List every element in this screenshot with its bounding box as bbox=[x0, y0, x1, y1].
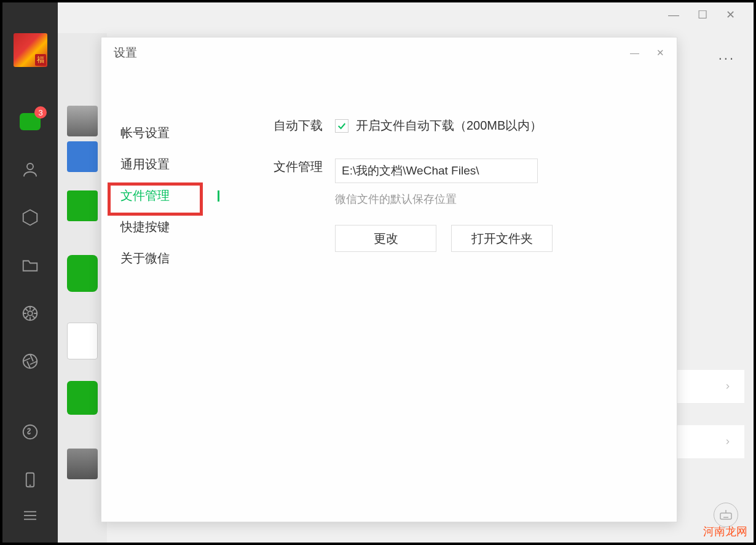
settings-nav: 帐号设置 通用设置 文件管理 快捷按键 关于微信 bbox=[114, 117, 218, 276]
watermark: 河南龙网 bbox=[703, 524, 747, 539]
svg-point-2 bbox=[28, 311, 33, 316]
miniprogram-tab[interactable] bbox=[18, 420, 42, 444]
window-titlebar: — ☐ ✕ bbox=[650, 2, 754, 27]
maximize-icon[interactable]: ☐ bbox=[698, 8, 707, 22]
menu-tab[interactable] bbox=[18, 504, 42, 527]
aperture-tab[interactable] bbox=[18, 350, 42, 373]
chat-list-item[interactable] bbox=[67, 323, 98, 359]
contacts-tab[interactable] bbox=[18, 158, 42, 181]
auto-download-checkbox-label: 开启文件自动下载（200MB以内） bbox=[356, 117, 542, 134]
svg-point-3 bbox=[23, 355, 37, 369]
dialog-minimize-icon[interactable]: — bbox=[630, 47, 639, 58]
app-root: — ☐ ✕ 3 bbox=[2, 2, 754, 543]
chat-list-item[interactable] bbox=[67, 381, 98, 415]
file-path-hint: 微信文件的默认保存位置 bbox=[335, 192, 664, 206]
row-file-mgmt: 文件管理 E:\我的文档\WeChat Files\ 微信文件的默认保存位置 更… bbox=[274, 159, 664, 252]
phone-tab[interactable] bbox=[18, 468, 42, 492]
checkmark-icon bbox=[337, 121, 347, 131]
avatar[interactable] bbox=[14, 33, 47, 67]
chat-list-item[interactable] bbox=[67, 141, 98, 172]
row-auto-download: 自动下载 开启文件自动下载（200MB以内） bbox=[274, 117, 664, 134]
close-icon[interactable]: ✕ bbox=[726, 8, 735, 22]
more-menu-icon[interactable]: ··· bbox=[719, 50, 735, 66]
chat-list-item[interactable] bbox=[67, 449, 98, 479]
chat-list-item[interactable] bbox=[67, 190, 98, 221]
dialog-titlebar: 设置 — ✕ bbox=[101, 37, 677, 68]
file-buttons: 更改 打开文件夹 bbox=[335, 225, 664, 252]
dialog-close-icon[interactable]: ✕ bbox=[656, 47, 664, 58]
chat-list bbox=[58, 33, 107, 543]
unread-badge: 3 bbox=[34, 106, 47, 119]
nav-account[interactable]: 帐号设置 bbox=[117, 117, 218, 149]
nav-general[interactable]: 通用设置 bbox=[117, 149, 218, 180]
settings-content: 自动下载 开启文件自动下载（200MB以内） 文件管理 E:\我的文档\WeCh… bbox=[218, 117, 664, 276]
chat-list-item[interactable] bbox=[67, 255, 98, 292]
change-button[interactable]: 更改 bbox=[335, 225, 436, 252]
moments-tab[interactable] bbox=[18, 302, 42, 325]
favorites-tab[interactable] bbox=[18, 206, 42, 229]
svg-point-0 bbox=[27, 163, 33, 170]
settings-dialog: 设置 — ✕ 帐号设置 通用设置 文件管理 快捷按键 关于微信 自动下载 bbox=[101, 37, 677, 522]
chat-tab[interactable]: 3 bbox=[18, 110, 42, 133]
nav-files[interactable]: 文件管理 bbox=[117, 180, 218, 211]
chat-list-item[interactable] bbox=[67, 106, 98, 136]
dialog-body: 帐号设置 通用设置 文件管理 快捷按键 关于微信 自动下载 开启文件自动下载（2… bbox=[101, 68, 677, 289]
files-tab[interactable] bbox=[18, 254, 42, 277]
nav-shortcuts[interactable]: 快捷按键 bbox=[117, 211, 218, 243]
dialog-controls: — ✕ bbox=[630, 47, 664, 58]
dialog-title: 设置 bbox=[114, 45, 137, 61]
svg-rect-12 bbox=[720, 513, 731, 519]
file-mgmt-label: 文件管理 bbox=[274, 159, 335, 175]
minimize-icon[interactable]: — bbox=[668, 9, 679, 22]
input-method-icon[interactable] bbox=[714, 503, 738, 527]
file-path-input[interactable]: E:\我的文档\WeChat Files\ bbox=[335, 159, 538, 183]
app-sidebar: 3 bbox=[2, 2, 58, 543]
open-folder-button[interactable]: 打开文件夹 bbox=[451, 225, 553, 252]
auto-download-checkbox[interactable] bbox=[335, 119, 348, 133]
auto-download-label: 自动下载 bbox=[274, 117, 335, 134]
svg-point-4 bbox=[23, 425, 37, 439]
nav-about[interactable]: 关于微信 bbox=[117, 243, 218, 274]
